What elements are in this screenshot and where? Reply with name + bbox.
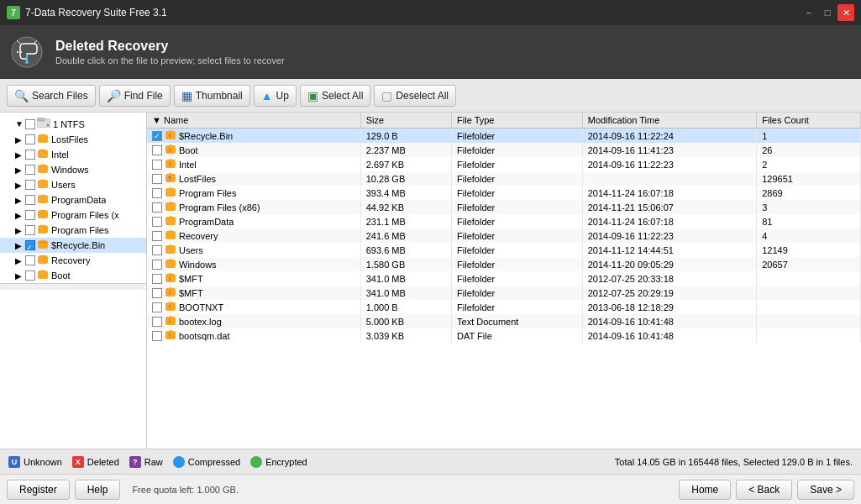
help-button[interactable]: Help <box>75 480 121 500</box>
file-type: Filefolder <box>452 157 583 171</box>
file-size: 693.6 MB <box>360 243 451 257</box>
sidebar-item-intel[interactable]: ▶Intel <box>0 147 146 162</box>
back-button[interactable]: < Back <box>736 480 792 500</box>
tree-checkbox[interactable] <box>25 150 35 160</box>
file-checkbox[interactable] <box>152 202 162 213</box>
tree-toggle[interactable]: ▶ <box>15 196 25 205</box>
sidebar-item-recovery[interactable]: ▶Recovery <box>0 253 146 268</box>
tree-checkbox[interactable] <box>25 180 35 190</box>
window-controls: − □ ✕ <box>801 4 854 21</box>
sidebar-item-programfilesx86[interactable]: ▶Program Files (x <box>0 207 146 223</box>
up-button[interactable]: ▲ Up <box>254 85 297 107</box>
maximize-button[interactable]: □ <box>819 4 836 21</box>
tree-checkbox[interactable]: ✓ <box>25 240 35 250</box>
file-checkbox[interactable] <box>152 188 162 198</box>
tree-toggle[interactable]: ▶ <box>15 165 25 175</box>
file-checkbox[interactable] <box>152 274 162 284</box>
sidebar-item-ntfs[interactable]: ▼1 NTFS <box>0 116 146 132</box>
tree-toggle[interactable]: ▶ <box>15 256 25 265</box>
table-row[interactable]: !Boot2.237 MBFilefolder2014-09-16 11:41:… <box>147 143 861 157</box>
register-button[interactable]: Register <box>7 480 70 500</box>
tree-checkbox[interactable] <box>25 210 35 220</box>
col-type[interactable]: File Type <box>452 113 583 129</box>
sidebar-item-programdata[interactable]: ▶ProgramData <box>0 192 146 207</box>
tree-checkbox[interactable] <box>25 255 35 265</box>
file-modified: 2012-07-25 20:29:19 <box>582 286 757 300</box>
file-type: Filefolder <box>452 271 583 286</box>
tree-checkbox[interactable] <box>25 119 35 129</box>
sidebar-scrollbar[interactable] <box>0 283 146 290</box>
file-table-header: ▼ Name Size File Type Modification Time … <box>147 113 861 129</box>
file-list[interactable]: ▼ Name Size File Type Modification Time … <box>147 113 861 449</box>
table-row[interactable]: Program Files393.4 MBFilefolder2014-11-2… <box>147 186 861 200</box>
tree-checkbox[interactable] <box>25 270 35 281</box>
file-checkbox[interactable] <box>152 245 162 255</box>
col-name[interactable]: ▼ Name <box>147 113 360 129</box>
table-row[interactable]: ✓!$Recycle.Bin129.0 BFilefolder2014-09-1… <box>147 129 861 144</box>
tree-toggle[interactable]: ▶ <box>15 181 25 190</box>
folder-icon <box>37 209 49 221</box>
table-row[interactable]: ProgramData231.1 MBFilefolder2014-11-24 … <box>147 214 861 228</box>
sidebar-item-users[interactable]: ▶Users <box>0 177 146 192</box>
table-row[interactable]: !Intel2.697 KBFilefolder2014-09-16 11:22… <box>147 157 861 171</box>
sidebar-item-recyclebin[interactable]: ▶✓$Recycle.Bin <box>0 238 146 253</box>
table-row[interactable]: !$MFT341.0 MBFilefolder2012-07-25 20:33:… <box>147 271 861 286</box>
table-row[interactable]: Program Files (x86)44.92 KBFilefolder201… <box>147 200 861 214</box>
file-checkbox[interactable] <box>152 302 162 312</box>
file-checkbox[interactable] <box>152 217 162 227</box>
table-row[interactable]: Windows1.580 GBFilefolder2014-11-20 09:0… <box>147 257 861 271</box>
table-row[interactable]: ?LostFiles10.28 GBFilefolder129651 <box>147 171 861 186</box>
file-checkbox[interactable] <box>152 231 162 241</box>
find-file-button[interactable]: 🔎 Find File <box>99 85 171 107</box>
file-name: $Recycle.Bin <box>179 131 233 141</box>
file-checkbox[interactable] <box>152 160 162 170</box>
tree-toggle[interactable]: ▶ <box>15 226 25 235</box>
sidebar-item-programfiles[interactable]: ▶Program Files <box>0 223 146 238</box>
tree-toggle[interactable]: ▶ <box>15 241 25 250</box>
tree-checkbox[interactable] <box>25 225 35 235</box>
save-button[interactable]: Save > <box>797 480 854 500</box>
tree-toggle[interactable]: ▼ <box>15 119 25 129</box>
file-checkbox[interactable]: ✓ <box>152 131 162 141</box>
table-row[interactable]: !$MFT341.0 MBFilefolder2012-07-25 20:29:… <box>147 286 861 300</box>
sidebar-item-lostfiles[interactable]: ▶LostFiles <box>0 132 146 147</box>
tree-toggle[interactable]: ▶ <box>15 271 25 281</box>
close-button[interactable]: ✕ <box>837 4 854 21</box>
col-modified[interactable]: Modification Time <box>582 113 757 129</box>
col-size[interactable]: Size <box>360 113 451 129</box>
sidebar-item-windows[interactable]: ▶Windows <box>0 162 146 177</box>
table-row[interactable]: !bootsqm.dat3.039 KBDAT File2014-09-16 1… <box>147 328 861 343</box>
tree-checkbox[interactable] <box>25 165 35 175</box>
search-files-button[interactable]: 🔍 Search Files <box>7 85 96 107</box>
table-row[interactable]: !BOOTNXT1.000 BFilefolder2013-06-18 12:1… <box>147 300 861 314</box>
col-count[interactable]: Files Count <box>757 113 861 129</box>
svg-text:!: ! <box>169 333 171 339</box>
tree-toggle[interactable]: ▶ <box>15 150 25 160</box>
table-row[interactable]: !bootex.log5.000 KBText Document2014-09-… <box>147 314 861 328</box>
file-checkbox[interactable] <box>152 145 162 155</box>
folder-icon <box>37 239 49 251</box>
minimize-button[interactable]: − <box>801 4 817 21</box>
tree-checkbox[interactable] <box>25 134 35 144</box>
table-row[interactable]: Recovery241.6 MBFilefolder2014-09-16 11:… <box>147 228 861 243</box>
header-text: Deleted Recovery Double click on the fil… <box>55 39 285 66</box>
tree-checkbox[interactable] <box>25 195 35 205</box>
deselect-all-button[interactable]: ▢ Deselect All <box>374 85 456 107</box>
tree-toggle[interactable]: ▶ <box>15 135 25 144</box>
file-checkbox[interactable] <box>152 331 162 341</box>
thumbnail-button[interactable]: ▦ Thumbnail <box>174 85 250 107</box>
table-row[interactable]: Users693.6 MBFilefolder2014-11-12 14:44:… <box>147 243 861 257</box>
select-all-label: Select All <box>322 90 363 102</box>
tree-toggle[interactable]: ▶ <box>15 211 25 220</box>
file-checkbox[interactable] <box>152 317 162 327</box>
file-checkbox[interactable] <box>152 288 162 298</box>
tree-item-label: Windows <box>51 165 89 175</box>
select-all-button[interactable]: ▣ Select All <box>300 85 370 107</box>
file-name: $MFT <box>179 288 203 298</box>
file-checkbox[interactable] <box>152 260 162 270</box>
sidebar[interactable]: ▼1 NTFS▶LostFiles▶Intel▶Windows▶Users▶Pr… <box>0 113 147 449</box>
file-checkbox[interactable] <box>152 174 162 184</box>
home-button[interactable]: Home <box>679 480 731 500</box>
file-count: 20657 <box>757 257 861 271</box>
sidebar-item-boot[interactable]: ▶Boot <box>0 268 146 283</box>
